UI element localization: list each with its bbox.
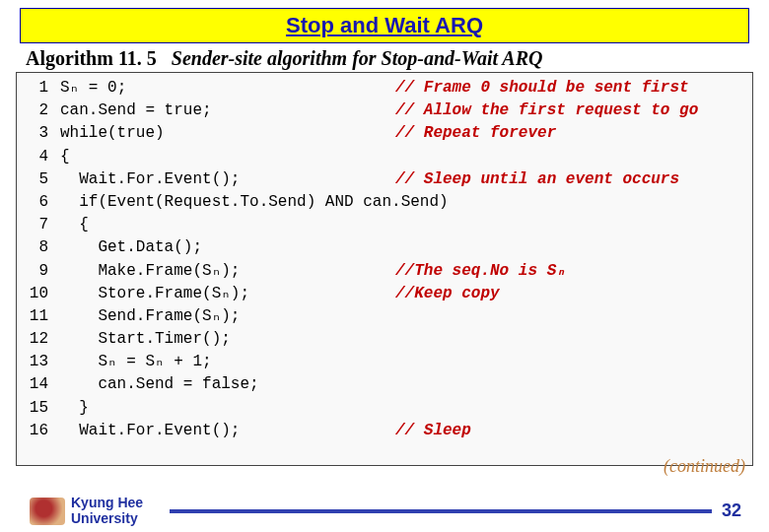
- title-text: Stop and Wait ARQ: [286, 13, 483, 37]
- line-number: 2: [21, 100, 48, 122]
- line-number: 12: [21, 328, 48, 351]
- code-text: Wait.For.Event();: [60, 420, 395, 442]
- code-comment: // Sleep: [395, 420, 740, 442]
- code-text: can.Send = true;: [60, 100, 395, 122]
- university-logo: [30, 498, 65, 525]
- algorithm-heading: Algorithm 11. 5 Sender-site algorithm fo…: [26, 47, 769, 70]
- code-text: }: [60, 397, 395, 420]
- line-number: 4: [21, 146, 48, 168]
- code-text: can.Send = false;: [60, 373, 395, 396]
- line-number: 3: [21, 122, 48, 145]
- uni-line2: University: [71, 511, 160, 526]
- code-text: Store.Frame(Sₙ);: [60, 283, 395, 305]
- code-text: {: [60, 214, 395, 236]
- code-comment: [395, 236, 740, 259]
- line-number: 8: [21, 236, 48, 259]
- title-banner: Stop and Wait ARQ: [20, 8, 749, 43]
- page-number: 32: [722, 500, 741, 521]
- code-comment: // Frame 0 should be sent first: [395, 77, 740, 100]
- code-comment: // Allow the first request to go: [395, 100, 740, 122]
- code-text: Sₙ = Sₙ + 1;: [60, 351, 395, 373]
- code-comment: [395, 328, 740, 351]
- code-text: Make.Frame(Sₙ);: [60, 260, 395, 283]
- code-line: 12 Start.Timer();: [21, 328, 740, 351]
- code-line: 2can.Send = true;// Allow the first requ…: [21, 100, 740, 122]
- code-line: 8 Get.Data();: [21, 236, 740, 259]
- code-listing: 1Sₙ = 0;// Frame 0 should be sent first2…: [16, 72, 753, 466]
- code-text: Send.Frame(Sₙ);: [60, 305, 395, 328]
- continued-label: (continued): [664, 456, 745, 477]
- code-line: 7 {: [21, 214, 740, 236]
- code-line: 3while(true)// Repeat forever: [21, 122, 740, 145]
- code-line: 10 Store.Frame(Sₙ);//Keep copy: [21, 283, 740, 305]
- code-comment: [395, 146, 740, 168]
- code-text: while(true): [60, 122, 395, 145]
- code-comment: [395, 305, 740, 328]
- code-text: Get.Data();: [60, 236, 395, 259]
- code-text: Start.Timer();: [60, 328, 395, 351]
- line-number: 10: [21, 283, 48, 305]
- code-comment: [449, 191, 740, 214]
- line-number: 7: [21, 214, 48, 236]
- uni-line1: Kyung Hee: [71, 496, 160, 510]
- code-comment: [395, 373, 740, 396]
- code-line: 16 Wait.For.Event();// Sleep: [21, 420, 740, 442]
- line-number: 9: [21, 260, 48, 283]
- code-text: {: [60, 146, 395, 168]
- code-text: if(Event(Request.To.Send) AND can.Send): [60, 191, 449, 214]
- code-comment: //The seq.No is Sₙ: [395, 260, 740, 283]
- code-comment: // Repeat forever: [395, 122, 740, 145]
- algorithm-label: Algorithm 11. 5: [26, 47, 157, 69]
- line-number: 16: [21, 420, 48, 442]
- code-line: 6 if(Event(Request.To.Send) AND can.Send…: [21, 191, 740, 214]
- algorithm-subtitle: Sender-site algorithm for Stop-and-Wait …: [172, 47, 543, 69]
- line-number: 15: [21, 397, 48, 420]
- code-line: 1Sₙ = 0;// Frame 0 should be sent first: [21, 77, 740, 100]
- line-number: 6: [21, 191, 48, 214]
- code-line: 9 Make.Frame(Sₙ);//The seq.No is Sₙ: [21, 260, 740, 283]
- code-line: 15 }: [21, 397, 740, 420]
- line-number: 5: [21, 168, 48, 191]
- code-text: Wait.For.Event();: [60, 168, 395, 191]
- code-comment: [395, 351, 740, 373]
- code-line: 4{: [21, 146, 740, 168]
- line-number: 13: [21, 351, 48, 373]
- code-line: 11 Send.Frame(Sₙ);: [21, 305, 740, 328]
- code-line: 5 Wait.For.Event();// Sleep until an eve…: [21, 168, 740, 191]
- footer-rule: [170, 509, 712, 513]
- line-number: 11: [21, 305, 48, 328]
- code-comment: // Sleep until an event occurs: [395, 168, 740, 191]
- code-comment: [395, 397, 740, 420]
- footer: Kyung Hee University 32: [0, 496, 769, 526]
- code-comment: [395, 214, 740, 236]
- university-name: Kyung Hee University: [71, 496, 160, 526]
- code-text: Sₙ = 0;: [60, 77, 395, 100]
- code-line: 13 Sₙ = Sₙ + 1;: [21, 351, 740, 373]
- line-number: 14: [21, 373, 48, 396]
- line-number: 1: [21, 77, 48, 100]
- code-comment: //Keep copy: [395, 283, 740, 305]
- code-line: 14 can.Send = false;: [21, 373, 740, 396]
